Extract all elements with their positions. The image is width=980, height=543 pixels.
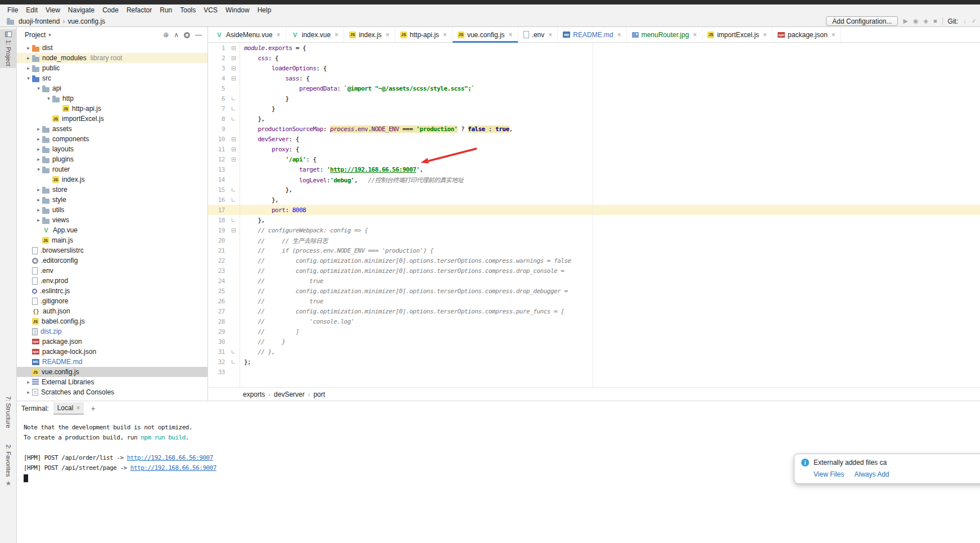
tree-item-style[interactable]: ▸style xyxy=(17,195,207,205)
chevron-right-icon[interactable]: ▸ xyxy=(35,136,42,142)
tree-item-external-libraries[interactable]: ▸External Libraries xyxy=(17,377,207,387)
chevron-right-icon[interactable]: ▸ xyxy=(35,207,42,213)
close-icon[interactable]: × xyxy=(832,31,836,39)
tree-item-gitignore[interactable]: .gitignore xyxy=(17,296,207,306)
chevron-down-icon[interactable]: ▾ xyxy=(48,32,51,38)
close-icon[interactable]: × xyxy=(617,31,621,39)
add-configuration-button[interactable]: Add Configuration... xyxy=(826,16,898,26)
code-line[interactable]: 11 proxy: { xyxy=(208,144,980,154)
fold-end-icon[interactable] xyxy=(228,188,238,191)
code-line[interactable]: 18 }, xyxy=(208,215,980,225)
code-line[interactable]: 13 target: 'http://192.168.66.56:9007', xyxy=(208,164,980,174)
line-number[interactable]: 15 xyxy=(208,186,228,194)
line-number[interactable]: 21 xyxy=(208,247,228,254)
tree-item-eslintrc-js[interactable]: .eslintrc.js xyxy=(17,286,207,296)
chevron-right-icon[interactable]: ▸ xyxy=(25,379,32,385)
git-update-icon[interactable]: ↓ xyxy=(963,18,967,24)
tree-item-layouts[interactable]: ▸layouts xyxy=(17,144,207,154)
run-icon[interactable]: ▶ xyxy=(903,18,907,24)
chevron-right-icon[interactable]: ▸ xyxy=(25,65,32,71)
code-line[interactable]: 23 // config.optimization.minimizer[0].o… xyxy=(208,266,980,276)
line-number[interactable]: 7 xyxy=(208,105,228,113)
gear-icon[interactable] xyxy=(184,32,190,38)
tab-index-vue[interactable]: Vindex.vue× xyxy=(286,27,344,42)
close-icon[interactable]: × xyxy=(548,31,552,39)
tree-item-index-js[interactable]: JSindex.js xyxy=(17,174,207,185)
code-line[interactable]: 10 devServer: { xyxy=(208,134,980,144)
terminal-link[interactable]: http://192.168.66.56:9007 xyxy=(130,464,216,472)
code-line[interactable]: 1module.exports = { xyxy=(208,43,980,53)
chevron-right-icon[interactable]: ▸ xyxy=(25,55,32,61)
line-number[interactable]: 8 xyxy=(208,115,228,123)
tree-item-store[interactable]: ▸store xyxy=(17,185,207,195)
code-line[interactable]: 24 // true xyxy=(208,276,980,286)
tab-readme-md[interactable]: MDREADME.md× xyxy=(558,27,626,42)
close-icon[interactable]: × xyxy=(386,31,390,39)
line-number[interactable]: 30 xyxy=(208,338,228,345)
menu-item-edit[interactable]: Edit xyxy=(22,5,42,16)
menu-item-view[interactable]: View xyxy=(42,5,64,16)
locate-file-icon[interactable]: ⊕ xyxy=(163,32,169,38)
tree-item-env[interactable]: .env xyxy=(17,266,207,276)
close-icon[interactable]: × xyxy=(763,31,767,39)
chevron-right-icon[interactable]: ▸ xyxy=(25,45,32,51)
tree-item-src[interactable]: ▾src xyxy=(17,73,207,83)
line-number[interactable]: 3 xyxy=(208,65,228,72)
chevron-down-icon[interactable]: ▾ xyxy=(35,167,42,172)
menu-item-file[interactable]: File xyxy=(3,5,22,16)
line-number[interactable]: 2 xyxy=(208,55,228,62)
code-line[interactable]: 12 '/api': { xyxy=(208,154,980,164)
fold-start-icon[interactable] xyxy=(228,66,238,70)
code-line[interactable]: 32}; xyxy=(208,357,980,367)
notification-action-view-files[interactable]: View Files xyxy=(814,470,844,478)
tree-item-public[interactable]: ▸public xyxy=(17,63,207,73)
tab-asidemenu-vue[interactable]: VAsideMenu.vue× xyxy=(210,27,286,42)
tree-item-dist[interactable]: ▸dist xyxy=(17,43,207,53)
fold-start-icon[interactable] xyxy=(228,158,238,161)
code-line[interactable]: 20 // // 生产去除日志 xyxy=(208,235,980,245)
stripe-button-structure[interactable]: 7: Structure xyxy=(0,394,17,430)
tree-item-dist-zip[interactable]: dist.zip xyxy=(17,326,207,336)
code-line[interactable]: 8 }, xyxy=(208,114,980,124)
line-number[interactable]: 26 xyxy=(208,298,228,305)
fold-end-icon[interactable] xyxy=(228,107,238,110)
tree-item-assets[interactable]: ▸assets xyxy=(17,124,207,134)
editor[interactable]: 1module.exports = {2 css: {3 loaderOptio… xyxy=(208,43,980,387)
menu-item-tools[interactable]: Tools xyxy=(176,5,200,16)
code-line[interactable]: 15 }, xyxy=(208,185,980,195)
line-number[interactable]: 23 xyxy=(208,267,228,275)
stripe-button-project[interactable]: 1: Project xyxy=(0,29,17,68)
tree-item-babel-config-js[interactable]: JSbabel.config.js xyxy=(17,316,207,326)
line-number[interactable]: 31 xyxy=(208,348,228,356)
fold-end-icon[interactable] xyxy=(228,117,238,120)
chevron-right-icon[interactable]: ▸ xyxy=(35,156,42,162)
line-number[interactable]: 5 xyxy=(208,85,228,92)
hide-panel-icon[interactable]: — xyxy=(195,32,202,38)
terminal-link[interactable]: http://192.168.66.56:9007 xyxy=(127,454,213,461)
code-line[interactable]: 29 // ] xyxy=(208,326,980,336)
tab-env[interactable]: .env× xyxy=(518,27,558,42)
line-number[interactable]: 29 xyxy=(208,328,228,335)
stripe-button-favorites[interactable]: 2: Favorites ★ xyxy=(0,442,17,490)
chevron-down-icon[interactable]: ▾ xyxy=(35,86,42,91)
line-number[interactable]: 6 xyxy=(208,95,228,102)
menu-item-run[interactable]: Run xyxy=(156,5,176,16)
tree-item-importexcel-js[interactable]: JSimportExcel.js xyxy=(17,114,207,124)
tree-item-http[interactable]: ▾http xyxy=(17,93,207,104)
collapse-all-icon[interactable]: ∧ xyxy=(174,32,179,38)
chevron-down-icon[interactable]: ▾ xyxy=(25,75,32,81)
menu-item-help[interactable]: Help xyxy=(254,5,276,16)
tree-item-scratches-and-consoles[interactable]: ▸Scratches and Consoles xyxy=(17,387,207,397)
code-line[interactable]: 30 // } xyxy=(208,336,980,347)
breadcrumb-devserver[interactable]: devServer xyxy=(274,391,305,398)
line-number[interactable]: 4 xyxy=(208,75,228,82)
code-line[interactable]: 3 loaderOptions: { xyxy=(208,63,980,73)
close-icon[interactable]: × xyxy=(509,31,513,39)
tab-importexcel-js[interactable]: JSimportExcel.js× xyxy=(702,27,773,42)
code-line[interactable]: 9 productionSourceMap: process.env.NODE_… xyxy=(208,124,980,134)
tree-item-vue-config-js[interactable]: JSvue.config.js xyxy=(17,367,207,377)
menu-item-code[interactable]: Code xyxy=(98,5,123,16)
fold-start-icon[interactable] xyxy=(228,77,238,80)
code-line[interactable]: 25 // config.optimization.minimizer[0].o… xyxy=(208,286,980,296)
tree-item-views[interactable]: ▸views xyxy=(17,215,207,225)
